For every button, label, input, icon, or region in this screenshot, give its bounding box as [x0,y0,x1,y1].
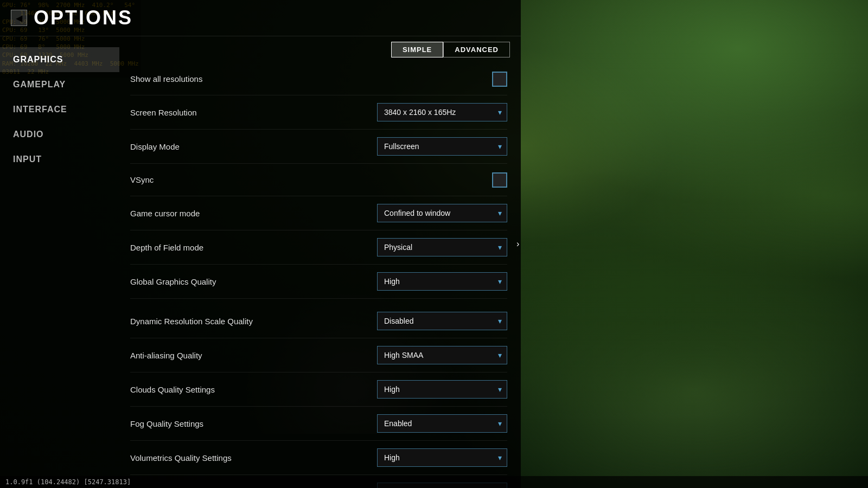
dropdown-anti-aliasing[interactable]: High SMAA None Low SMAA Medium SMAA TAA [377,346,507,364]
dropdown-wrapper-dynamic-resolution: Disabled Low Medium High [377,312,507,330]
setting-label-game-cursor-mode: Game cursor mode [130,209,377,218]
setting-row-vsync: VSync [130,164,507,196]
dropdown-global-graphics-quality[interactable]: High Low Medium Ultra [377,272,507,291]
sidebar-item-input[interactable]: INPUT [0,147,119,172]
setting-row-display-mode: Display Mode Fullscreen Windowed Borderl… [130,130,507,164]
setting-control-dynamic-resolution: Disabled Low Medium High [377,312,507,330]
dropdown-wrapper-depth-of-field-mode: Physical Disabled Simple [377,238,507,256]
setting-label-dynamic-resolution: Dynamic Resolution Scale Quality [130,317,377,326]
setting-row-volumetrics-quality: Volumetrics Quality Settings High Low Me… [130,441,507,475]
setting-control-depth-of-field-mode: Physical Disabled Simple [377,238,507,256]
setting-control-show-all-resolutions [377,72,507,87]
setting-row-global-graphics-quality: Global Graphics Quality High Low Medium … [130,265,507,299]
setting-control-global-graphics-quality: High Low Medium Ultra [377,272,507,291]
dropdown-wrapper-anti-aliasing: High SMAA None Low SMAA Medium SMAA TAA [377,346,507,364]
setting-control-game-cursor-mode: Confined to window Free Locked to center [377,204,507,222]
setting-control-volumetrics-quality: High Low Medium Ultra [377,448,507,467]
back-arrow-icon: ◀ [16,13,22,23]
setting-label-vsync: VSync [130,175,377,184]
dropdown-dynamic-resolution[interactable]: Disabled Low Medium High [377,312,507,330]
dropdown-wrapper-fog-quality: Enabled Disabled [377,414,507,433]
dropdown-wrapper-volumetrics-quality: High Low Medium Ultra [377,448,507,467]
setting-row-clouds-quality: Clouds Quality Settings High Low Medium … [130,373,507,407]
setting-label-clouds-quality: Clouds Quality Settings [130,385,377,394]
dropdown-game-cursor-mode[interactable]: Confined to window Free Locked to center [377,204,507,222]
tab-advanced[interactable]: ADVANCED [443,42,510,57]
page-title: OPTIONS [34,7,133,29]
checkbox-vsync[interactable] [492,172,507,188]
setting-label-screen-resolution: Screen Resolution [130,108,377,117]
setting-label-fog-quality: Fog Quality Settings [130,419,377,428]
sidebar: GRAPHICS GAMEPLAY INTERFACE AUDIO INPUT [0,36,119,488]
settings-area: SIMPLE ADVANCED Show all resolutions Scr… [119,36,521,488]
setting-control-anti-aliasing: High SMAA None Low SMAA Medium SMAA TAA [377,346,507,364]
dropdown-wrapper-game-cursor-mode: Confined to window Free Locked to center [377,204,507,222]
setting-row-show-all-resolutions: Show all resolutions [130,63,507,95]
setting-label-depth-of-field-mode: Depth of Field mode [130,243,377,252]
setting-control-display-mode: Fullscreen Windowed Borderless [377,137,507,156]
sidebar-item-gameplay[interactable]: GAMEPLAY [0,72,119,97]
status-bar: 1.0.9f1 (104.24482) [5247.31813] [0,476,868,488]
dropdown-wrapper-clouds-quality: High Low Medium Ultra [377,380,507,399]
dropdown-display-mode[interactable]: Fullscreen Windowed Borderless [377,137,507,156]
setting-row-depth-of-field-mode: Depth of Field mode Physical Disabled Si… [130,230,507,265]
dropdown-wrapper-screen-resolution: 3840 x 2160 x 165Hz 2560 x 1440 x 144Hz … [377,103,507,121]
setting-label-show-all-resolutions: Show all resolutions [130,74,377,84]
setting-control-screen-resolution: 3840 x 2160 x 165Hz 2560 x 1440 x 144Hz … [377,103,507,121]
options-panel: ◀ OPTIONS GRAPHICS GAMEPLAY INTERFACE AU… [0,0,521,488]
sidebar-item-graphics[interactable]: GRAPHICS [0,47,119,72]
spacer [130,299,507,304]
setting-row-dynamic-resolution: Dynamic Resolution Scale Quality Disable… [130,304,507,338]
sidebar-item-audio[interactable]: AUDIO [0,122,119,147]
options-content: GRAPHICS GAMEPLAY INTERFACE AUDIO INPUT … [0,36,521,488]
setting-control-clouds-quality: High Low Medium Ultra [377,380,507,399]
setting-row-anti-aliasing: Anti-aliasing Quality High SMAA None Low… [130,338,507,373]
setting-row-screen-resolution: Screen Resolution 3840 x 2160 x 165Hz 25… [130,95,507,130]
setting-label-anti-aliasing: Anti-aliasing Quality [130,351,377,360]
dropdown-wrapper-display-mode: Fullscreen Windowed Borderless [377,137,507,156]
title-bar: ◀ OPTIONS [0,0,521,36]
sidebar-item-interface[interactable]: INTERFACE [0,97,119,122]
dropdown-screen-resolution[interactable]: 3840 x 2160 x 165Hz 2560 x 1440 x 144Hz … [377,103,507,121]
dropdown-volumetrics-quality[interactable]: High Low Medium Ultra [377,448,507,467]
status-text: 1.0.9f1 (104.24482) [5247.31813] [5,478,131,486]
tab-bar: SIMPLE ADVANCED [130,36,510,63]
setting-label-global-graphics-quality: Global Graphics Quality [130,277,377,286]
setting-row-fog-quality: Fog Quality Settings Enabled Disabled [130,407,507,441]
back-button[interactable]: ◀ [11,10,27,26]
checkbox-show-all-resolutions[interactable] [492,72,507,87]
settings-list[interactable]: Show all resolutions Screen Resolution 3… [130,63,510,488]
dropdown-depth-of-field-mode[interactable]: Physical Disabled Simple [377,238,507,256]
dropdown-fog-quality[interactable]: Enabled Disabled [377,414,507,433]
dropdown-clouds-quality[interactable]: High Low Medium Ultra [377,380,507,399]
setting-control-vsync [377,172,507,188]
scroll-right-indicator[interactable]: › [516,239,519,249]
setting-control-fog-quality: Enabled Disabled [377,414,507,433]
setting-row-game-cursor-mode: Game cursor mode Confined to window Free… [130,196,507,230]
dropdown-wrapper-global-graphics-quality: High Low Medium Ultra [377,272,507,291]
setting-label-display-mode: Display Mode [130,142,377,151]
setting-label-volumetrics-quality: Volumetrics Quality Settings [130,453,377,463]
tab-simple[interactable]: SIMPLE [391,42,443,57]
